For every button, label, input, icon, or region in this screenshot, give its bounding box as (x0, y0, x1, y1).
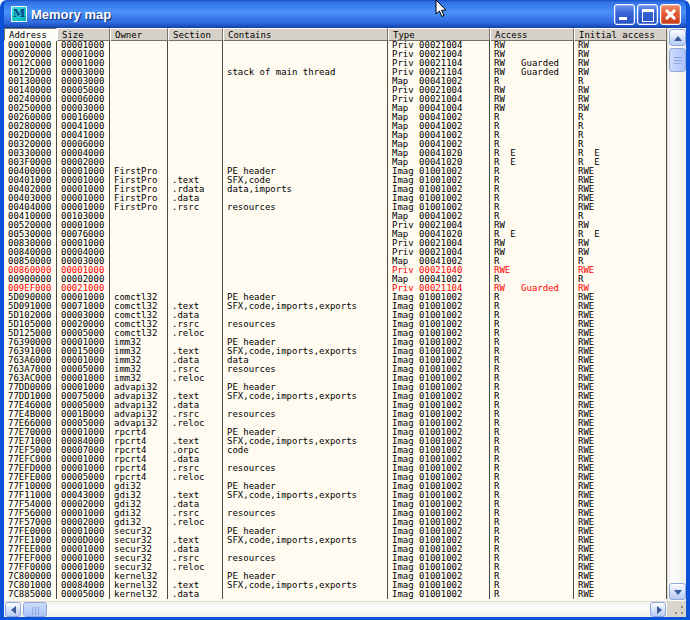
table-row[interactable]: 0024000000006000Priv 00021004RWRW (4, 95, 667, 104)
table-row[interactable]: 0012D00000003000stack of main threadPriv… (4, 68, 667, 77)
cell-access: R (490, 410, 574, 419)
column-header-type[interactable]: Type (388, 28, 490, 41)
table-row[interactable]: 77F5600000001000gdi32.rsrcresourcesImag … (4, 509, 667, 518)
cell-section (168, 239, 223, 248)
horizontal-scrollbar-thumb[interactable] (23, 602, 47, 617)
scroll-left-button[interactable] (5, 602, 21, 617)
table-row[interactable]: 77FF000000001000secur32.relocImag 010010… (4, 563, 667, 572)
table-row[interactable]: 5D09100000071000comctl32.textSFX,code,im… (4, 302, 667, 311)
table-row[interactable]: 5D10200000003000comctl32.dataImag 010010… (4, 311, 667, 320)
table-row[interactable]: 763A600000001000imm32.datadataImag 01001… (4, 356, 667, 365)
table-row[interactable]: 7639100000015000imm32.textSFX,code,impor… (4, 347, 667, 356)
table-row[interactable]: 0032000000006000Map 00041002RR (4, 140, 667, 149)
table-row[interactable]: 77FE10000000D000secur32.textSFX,code,imp… (4, 536, 667, 545)
table-row[interactable]: 77EFE00000005000rpcrt4.relocImag 0100100… (4, 473, 667, 482)
table-row[interactable]: 0086000000001000Priv 00021040RWERWE (4, 266, 667, 275)
table-row[interactable]: 0040300000001000FirstPro.dataImag 010010… (4, 194, 667, 203)
table-row[interactable]: 0040100000001000FirstPro.textSFX,codeIma… (4, 176, 667, 185)
title-bar[interactable]: M Memory map (4, 0, 686, 28)
table-row[interactable]: 763AC00000001000imm32.relocImag 01001002… (4, 374, 667, 383)
table-row[interactable]: 0083000000001000Priv 00021004RWRW (4, 239, 667, 248)
minimize-button[interactable] (614, 4, 635, 25)
cell-access: RW Guarded (490, 68, 574, 77)
app-icon[interactable]: M (11, 6, 27, 22)
cell-contains (223, 194, 388, 203)
horizontal-scrollbar[interactable] (4, 601, 667, 617)
table-row[interactable]: 0026000000016000Map 00041002RR (4, 113, 667, 122)
table-row[interactable]: 0040200000001000FirstPro.rdatadata,impor… (4, 185, 667, 194)
table-row[interactable]: 763A700000005000imm32.rsrcresourcesImag … (4, 365, 667, 374)
table-row[interactable]: 0052000000001000Priv 00021004RWRW (4, 221, 667, 230)
table-row[interactable]: 77EFC00000001000rpcrt4.dataImag 01001002… (4, 455, 667, 464)
table-row[interactable]: 77F1000000001000gdi32PE headerImag 01001… (4, 482, 667, 491)
table-row[interactable]: 77FEE00000001000secur32.dataImag 0100100… (4, 545, 667, 554)
cell-owner (110, 266, 168, 275)
column-header-size[interactable]: Size (57, 28, 110, 41)
table-row[interactable]: 7C88500000005000kernel32.dataImag 010010… (4, 590, 667, 599)
table-row[interactable]: 77DD000000001000advapi32PE headerImag 01… (4, 383, 667, 392)
column-header-access[interactable]: Access (490, 28, 574, 41)
scroll-down-button[interactable] (669, 583, 686, 600)
table-row[interactable]: 003F000000002000Map 00041020R ER E (4, 158, 667, 167)
table-row[interactable]: 7639000000001000imm32PE headerImag 01001… (4, 338, 667, 347)
column-header-address[interactable]: Address (4, 28, 57, 41)
maximize-button[interactable] (637, 4, 658, 25)
table-row[interactable]: 77EF500000007000rpcrt4.orpccodeImag 0100… (4, 446, 667, 455)
column-header-contains[interactable]: Contains (223, 28, 388, 41)
table-row[interactable]: 7C80100000084000kernel32.textSFX,code,im… (4, 581, 667, 590)
cell-section (168, 140, 223, 149)
table-row[interactable]: 0013000000003000Map 00041002RR (4, 77, 667, 86)
table-row[interactable]: 0040400000001000FirstPro.rsrcresourcesIm… (4, 203, 667, 212)
column-header-owner[interactable]: Owner (110, 28, 168, 41)
table-row[interactable]: 5D10500000020000comctl32.rsrcresourcesIm… (4, 320, 667, 329)
cell-address: 002D0000 (4, 131, 57, 140)
vertical-scrollbar[interactable] (667, 28, 686, 601)
table-row[interactable]: 0053000000076000Map 00041020R ER E (4, 230, 667, 239)
table-row[interactable]: 002D000000041000Map 00041002RR (4, 131, 667, 140)
cell-access: R (490, 491, 574, 500)
table-row[interactable]: 0028000000041000Map 00041002RR (4, 122, 667, 131)
cell-type: Imag 01001002 (388, 500, 490, 509)
table-row[interactable]: 0041000000103000Map 00041002RR (4, 212, 667, 221)
vertical-scrollbar-thumb[interactable] (669, 48, 686, 72)
table-row[interactable]: 77E7000000001000rpcrt4PE headerImag 0100… (4, 428, 667, 437)
table-row[interactable]: 77E7100000084000rpcrt4.textSFX,code,impo… (4, 437, 667, 446)
table-row[interactable]: 5D09000000001000comctl32PE headerImag 01… (4, 293, 667, 302)
cell-contains (223, 257, 388, 266)
table-row[interactable]: 77F5700000002000gdi32.relocImag 01001002… (4, 518, 667, 527)
table-row[interactable]: 77FEF00000001000secur32.rsrcresourcesIma… (4, 554, 667, 563)
table-rows: 0001000000001000Priv 00021004RWRW0002000… (4, 41, 667, 601)
cell-address: 00900000 (4, 275, 57, 284)
table-row[interactable]: 0084000000004000Priv 00021004RWRW (4, 248, 667, 257)
scroll-up-button[interactable] (669, 29, 686, 46)
window-body: AddressSizeOwnerSectionContainsTypeAcces… (4, 28, 686, 601)
table-row[interactable]: 0025000000003000Map 00041004RWRW (4, 104, 667, 113)
cell-initial_access: RWE (574, 464, 667, 473)
table-row[interactable]: 77FE000000001000secur32PE headerImag 010… (4, 527, 667, 536)
table-row[interactable]: 7C80000000001000kernel32PE headerImag 01… (4, 572, 667, 581)
table-row[interactable]: 0033000000004000Map 00041020R ER E (4, 149, 667, 158)
table-row[interactable]: 77F1100000043000gdi32.textSFX,code,impor… (4, 491, 667, 500)
table-row[interactable]: 77F5400000002000gdi32.dataImag 01001002R… (4, 500, 667, 509)
cell-size: 00001000 (57, 266, 110, 275)
close-button[interactable] (660, 4, 681, 25)
table-row[interactable]: 0090000000002000Map 00041002RR (4, 275, 667, 284)
table-row[interactable]: 0002000000001000Priv 00021004RWRW (4, 50, 667, 59)
table-row[interactable]: 0085000000003000Map 00041002RR (4, 257, 667, 266)
table-row[interactable]: 77EFD00000001000rpcrt4.rsrcresourcesImag… (4, 464, 667, 473)
table-row[interactable]: 0040000000001000FirstProPE headerImag 01… (4, 167, 667, 176)
table-row[interactable]: 77E4B0000001B000advapi32.rsrcresourcesIm… (4, 410, 667, 419)
table-row[interactable]: 77E4600000005000advapi32.dataImag 010010… (4, 401, 667, 410)
resize-grip[interactable] (667, 601, 686, 617)
table-row[interactable]: 0012C00000001000Priv 00021104RW GuardedR… (4, 59, 667, 68)
cell-address: 77EF5000 (4, 446, 57, 455)
column-header-initial_access[interactable]: Initial access (574, 28, 667, 41)
table-row[interactable]: 77DD100000075000advapi32.textSFX,code,im… (4, 392, 667, 401)
table-row[interactable]: 0014000000005000Priv 00021004RWRW (4, 86, 667, 95)
table-row[interactable]: 009EF00000021000Priv 00021104RW GuardedR… (4, 284, 667, 293)
table-row[interactable]: 5D12500000005000comctl32.relocImag 01001… (4, 329, 667, 338)
column-header-section[interactable]: Section (168, 28, 223, 41)
table-row[interactable]: 77E6600000005000advapi32.relocImag 01001… (4, 419, 667, 428)
scroll-right-button[interactable] (650, 602, 666, 617)
table-row[interactable]: 0001000000001000Priv 00021004RWRW (4, 41, 667, 50)
